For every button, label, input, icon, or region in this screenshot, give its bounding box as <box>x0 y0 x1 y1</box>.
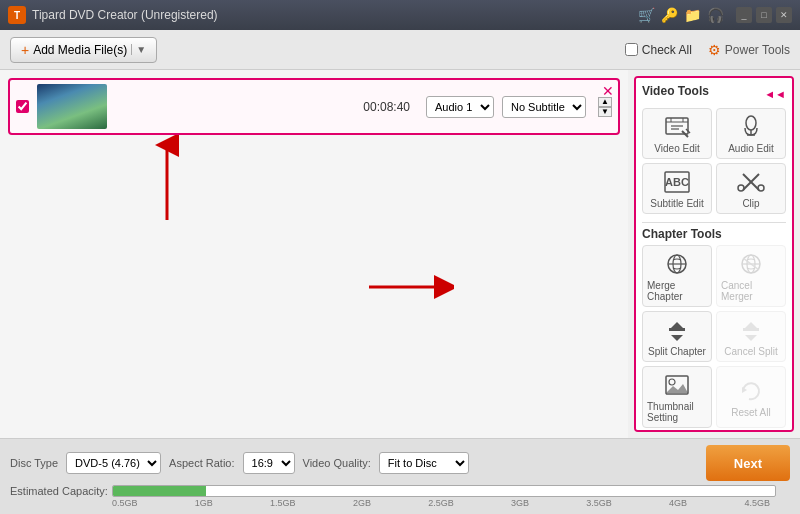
video-quality-select[interactable]: Fit to Disc High Quality Standard <box>379 452 469 474</box>
thumbnail-setting-label: Thumbnail Setting <box>647 401 707 423</box>
add-media-label: Add Media File(s) <box>33 43 127 57</box>
arrow-up-indicator <box>155 135 179 228</box>
media-panel: 00:08:40 Audio 1 Audio 2 No Subtitle Sub… <box>0 70 628 438</box>
arrow-right-indicator <box>364 275 454 302</box>
video-tools-panel: Video Tools ◄◄ <box>634 76 794 432</box>
cancel-merger-icon <box>735 250 767 278</box>
audio-edit-label: Audio Edit <box>728 143 774 154</box>
clip-button[interactable]: Clip <box>716 163 786 214</box>
clip-icon <box>735 168 767 196</box>
toolbar-right: Check All ⚙ Power Tools <box>625 42 790 58</box>
audio-track-select[interactable]: Audio 1 Audio 2 <box>426 96 494 118</box>
svg-point-35 <box>669 379 675 385</box>
tick-2: 1.5GB <box>270 498 296 508</box>
subtitle-select[interactable]: No Subtitle Subtitle 1 <box>502 96 586 118</box>
cancel-split-icon <box>735 316 767 344</box>
app-icon: T <box>8 6 26 24</box>
disc-type-label: Disc Type <box>10 457 58 469</box>
chapter-tools-title: Chapter Tools <box>642 227 722 241</box>
capacity-bar-fill <box>113 486 206 496</box>
svg-point-12 <box>746 116 756 130</box>
split-chapter-button[interactable]: Split Chapter <box>642 311 712 362</box>
next-button[interactable]: Next <box>706 445 790 481</box>
estimated-capacity-label: Estimated Capacity: <box>10 485 108 497</box>
svg-marker-33 <box>745 335 757 341</box>
reset-all-button[interactable]: Reset All <box>716 366 786 428</box>
merge-chapter-label: Merge Chapter <box>647 280 707 302</box>
video-tools-title: Video Tools <box>642 84 709 98</box>
toolbar: + Add Media File(s) ▼ Check All ⚙ Power … <box>0 30 800 70</box>
headset-icon: 🎧 <box>707 7 724 23</box>
video-quality-label: Video Quality: <box>303 457 371 469</box>
tick-8: 4.5GB <box>744 498 770 508</box>
panel-collapse-button[interactable]: ◄◄ <box>764 88 786 100</box>
video-edit-label: Video Edit <box>654 143 699 154</box>
disc-type-select[interactable]: DVD-5 (4.76) DVD-9 (8.54) <box>66 452 161 474</box>
tick-5: 3GB <box>511 498 529 508</box>
dropdown-arrow-icon: ▼ <box>131 44 146 55</box>
subtitle-edit-label: Subtitle Edit <box>650 198 703 209</box>
main-area: + Add Media File(s) ▼ Check All ⚙ Power … <box>0 30 800 514</box>
maximize-button[interactable]: □ <box>756 7 772 23</box>
chapter-tools-grid: Merge Chapter Cancel Merger <box>642 245 786 428</box>
tick-4: 2.5GB <box>428 498 454 508</box>
media-item: 00:08:40 Audio 1 Audio 2 No Subtitle Sub… <box>8 78 620 135</box>
aspect-ratio-select[interactable]: 16:9 4:3 <box>243 452 295 474</box>
subtitle-edit-button[interactable]: ABC Subtitle Edit <box>642 163 712 214</box>
svg-marker-30 <box>671 335 683 341</box>
minimize-button[interactable]: _ <box>736 7 752 23</box>
video-edit-icon <box>661 113 693 141</box>
tick-7: 4GB <box>669 498 687 508</box>
bottom-bar: Disc Type DVD-5 (4.76) DVD-9 (8.54) Aspe… <box>0 438 800 514</box>
cancel-merger-button[interactable]: Cancel Merger <box>716 245 786 307</box>
capacity-bar <box>112 485 776 497</box>
svg-rect-29 <box>669 328 685 331</box>
svg-marker-31 <box>745 322 757 328</box>
cancel-merger-label: Cancel Merger <box>721 280 781 302</box>
reset-all-label: Reset All <box>731 407 770 418</box>
svg-marker-36 <box>666 384 688 393</box>
check-all-label: Check All <box>642 43 692 57</box>
app-title: Tipard DVD Creator (Unregistered) <box>32 8 638 22</box>
reset-all-icon <box>735 377 767 405</box>
tick-3: 2GB <box>353 498 371 508</box>
video-tools-grid: Video Edit Audio Edit <box>642 108 786 214</box>
thumbnail-setting-button[interactable]: Thumbnail Setting <box>642 366 712 428</box>
capacity-ticks: 0.5GB 1GB 1.5GB 2GB 2.5GB 3GB 3.5GB 4GB … <box>110 498 772 508</box>
subtitle-edit-icon: ABC <box>661 168 693 196</box>
check-all-container: Check All <box>625 43 692 57</box>
cart-icon: 🛒 <box>638 7 655 23</box>
stepper-down-button[interactable]: ▼ <box>598 107 612 117</box>
close-button[interactable]: ✕ <box>776 7 792 23</box>
add-media-button[interactable]: + Add Media File(s) ▼ <box>10 37 157 63</box>
audio-edit-button[interactable]: Audio Edit <box>716 108 786 159</box>
svg-point-19 <box>738 185 744 191</box>
folder-icon: 📁 <box>684 7 701 23</box>
cancel-split-label: Cancel Split <box>724 346 777 357</box>
title-icons: 🛒 🔑 📁 🎧 <box>638 7 724 23</box>
check-all-checkbox[interactable] <box>625 43 638 56</box>
aspect-ratio-label: Aspect Ratio: <box>169 457 234 469</box>
title-bar: T Tipard DVD Creator (Unregistered) 🛒 🔑 … <box>0 0 800 30</box>
cancel-split-button[interactable]: Cancel Split <box>716 311 786 362</box>
media-close-button[interactable]: ✕ <box>602 84 614 98</box>
power-tools-button[interactable]: ⚙ Power Tools <box>708 42 790 58</box>
merge-chapter-button[interactable]: Merge Chapter <box>642 245 712 307</box>
power-tools-icon: ⚙ <box>708 42 721 58</box>
power-tools-label: Power Tools <box>725 43 790 57</box>
bottom-controls: Disc Type DVD-5 (4.76) DVD-9 (8.54) Aspe… <box>10 445 790 481</box>
capacity-row: Estimated Capacity: <box>10 485 790 497</box>
key-icon: 🔑 <box>661 7 678 23</box>
tick-1: 1GB <box>195 498 213 508</box>
svg-rect-32 <box>743 328 759 331</box>
svg-point-20 <box>758 185 764 191</box>
tick-6: 3.5GB <box>586 498 612 508</box>
thumbnail-setting-icon <box>661 371 693 399</box>
window-controls: _ □ ✕ <box>736 7 792 23</box>
media-item-checkbox[interactable] <box>16 100 29 113</box>
svg-text:ABC: ABC <box>665 176 689 188</box>
media-order-stepper: ▲ ▼ <box>598 97 612 117</box>
video-edit-button[interactable]: Video Edit <box>642 108 712 159</box>
audio-edit-icon <box>735 113 767 141</box>
split-chapter-label: Split Chapter <box>648 346 706 357</box>
